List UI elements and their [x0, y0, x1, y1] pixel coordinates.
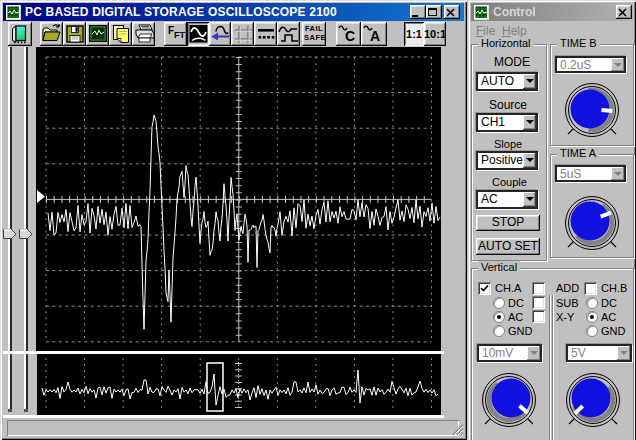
svg-text:A: A — [370, 28, 380, 44]
svg-text:C: C — [345, 28, 355, 44]
